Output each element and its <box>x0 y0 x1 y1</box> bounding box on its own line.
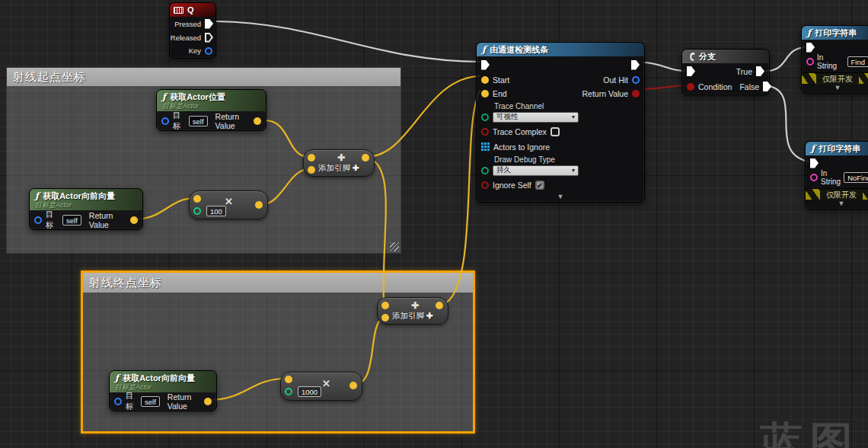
exec-pin-pressed[interactable] <box>205 19 213 29</box>
draw-debug-label: Draw Debug Type <box>477 154 644 164</box>
pin-target[interactable] <box>34 216 42 224</box>
node-input-key-q[interactable]: Q Pressed Released Key <box>169 2 216 59</box>
pin-label-ignore-self: Ignore Self <box>493 181 531 190</box>
node-multiply-100[interactable]: 100 ✕ <box>189 190 268 219</box>
target-self-box[interactable]: self <box>62 215 81 226</box>
pin-target[interactable] <box>161 117 169 125</box>
wire-exec-false-to-print-nofind[interactable] <box>765 85 809 162</box>
node-get-actor-forward-bottom[interactable]: ƒ 获取Actor向前向量 目标是Actor 目标 self Return Va… <box>109 370 217 411</box>
pin-label-return: Return Value <box>89 211 126 229</box>
pin-target[interactable] <box>114 398 122 405</box>
pin-label-return-value: Return Value <box>582 89 628 98</box>
node-print-string-nofind[interactable]: ƒ 打印字符串 In String NoFind 仅限开发 ▼ <box>805 141 868 210</box>
in-string-value-box[interactable]: Find <box>847 56 868 67</box>
pin-key[interactable] <box>205 47 212 55</box>
pin-mult-out[interactable] <box>255 201 263 209</box>
in-string-value-box[interactable]: NoFind <box>844 172 868 183</box>
pin-return-value[interactable] <box>632 90 640 98</box>
wire-vec-add-to-start[interactable] <box>366 76 480 157</box>
pin-mult-in-float[interactable] <box>193 207 201 215</box>
trace-channel-label: Trace Channel <box>477 101 644 110</box>
wire-exec-true-to-print-find[interactable] <box>765 47 806 71</box>
pin-label-pressed: Pressed <box>174 20 201 28</box>
node-branch[interactable]: 分支 True Condition False <box>681 49 770 95</box>
pin-in-string[interactable] <box>810 174 818 181</box>
trace-channel-dropdown[interactable]: 可视性▾ <box>493 112 579 123</box>
pin-end[interactable] <box>481 90 489 98</box>
mult-value-box[interactable]: 1000 <box>298 386 321 397</box>
node-get-actor-location[interactable]: ƒ 获取Actor位置 目标是Actor 目标 self Return Valu… <box>156 89 266 131</box>
pin-add-out[interactable] <box>436 302 443 309</box>
add-icon: ✚ <box>337 152 345 163</box>
wire-exec-trace-to-branch[interactable] <box>642 62 685 71</box>
pin-return-value[interactable] <box>204 398 212 405</box>
node-get-actor-forward-top[interactable]: ƒ 获取Actor向前向量 目标是Actor 目标 self Return Va… <box>29 188 143 230</box>
pin-out-hit[interactable] <box>632 76 640 84</box>
trace-complex-checkbox[interactable] <box>550 127 560 136</box>
development-only-label: 仅限开发 <box>820 189 863 200</box>
pin-label-out-hit: Out Hit <box>603 75 628 85</box>
development-only-label: 仅限开发 <box>816 73 859 85</box>
mult-value-box[interactable]: 100 <box>206 206 226 216</box>
collapse-arrow-icon[interactable]: ▼ <box>806 200 868 207</box>
exec-pin-true[interactable] <box>756 66 764 76</box>
add-pin-label[interactable]: 添加引脚 ✚ <box>378 311 448 322</box>
collapse-arrow-icon[interactable]: ▼ <box>802 84 868 91</box>
pin-in-string[interactable] <box>806 58 814 66</box>
exec-pin-in[interactable] <box>810 158 819 168</box>
pin-start[interactable] <box>481 76 489 84</box>
wire-exec-q-pressed-to-trace[interactable] <box>216 21 480 62</box>
pin-label-end: End <box>493 89 507 98</box>
node-print-string-find[interactable]: ƒ 打印字符串 In String Find 仅限开发 ▼ <box>801 25 868 94</box>
add-pin-plus-icon[interactable]: ✚ <box>426 311 433 320</box>
pin-mult-in-float[interactable] <box>285 388 292 395</box>
wire-vec-forward2-to-mult1000[interactable] <box>209 379 286 400</box>
target-self-box[interactable]: self <box>189 116 208 126</box>
pin-label-actors-to-ignore: Actors to Ignore <box>493 142 550 152</box>
pin-trace-complex[interactable] <box>481 128 489 136</box>
pin-draw-debug-type[interactable] <box>481 167 489 174</box>
exec-pin-in[interactable] <box>806 43 815 53</box>
node-title: 获取Actor位置 <box>170 92 225 101</box>
node-add-vectors-top[interactable]: ✚ 添加引脚 ✚ <box>303 149 375 177</box>
wire-bool-return-to-condition[interactable] <box>644 85 686 89</box>
pin-return-value[interactable] <box>130 216 138 224</box>
exec-pin-in[interactable] <box>687 66 695 76</box>
pin-return-value[interactable] <box>254 117 261 125</box>
function-icon: ƒ <box>807 27 811 38</box>
pin-add-in-1[interactable] <box>381 302 389 309</box>
exec-pin-released[interactable] <box>205 33 213 43</box>
pin-label-in-string: In String <box>821 169 841 186</box>
pin-label-target: 目标 <box>173 110 185 132</box>
function-icon: ƒ <box>162 92 166 101</box>
add-pin-plus-icon[interactable]: ✚ <box>353 163 359 172</box>
node-title: 获取Actor向前向量 <box>123 373 195 382</box>
node-line-trace-by-channel[interactable]: ƒ 由通道检测线条 Start Out Hit End Return Value… <box>476 42 645 203</box>
pin-mult-in-vector[interactable] <box>285 376 292 383</box>
pin-label-key: Key <box>189 46 201 55</box>
pin-mult-in-vector[interactable] <box>193 195 201 203</box>
function-icon: ƒ <box>811 143 815 154</box>
node-add-vectors-bottom[interactable]: ✚ 添加引脚 ✚ <box>377 297 448 325</box>
multiply-icon: ✕ <box>322 378 330 389</box>
ignore-self-checkbox[interactable]: ✔ <box>535 181 544 190</box>
pin-trace-channel[interactable] <box>481 114 489 121</box>
pin-add-out[interactable] <box>362 154 369 162</box>
keyboard-icon <box>174 7 183 14</box>
pin-ignore-self[interactable] <box>481 181 489 189</box>
pin-mult-out[interactable] <box>349 382 357 389</box>
wire-vec-add2-to-end[interactable] <box>442 90 480 305</box>
add-pin-label[interactable]: 添加引脚 ✚ <box>304 163 374 174</box>
draw-debug-dropdown[interactable]: 持久▾ <box>493 165 579 176</box>
collapse-arrow-icon[interactable]: ▼ <box>477 193 644 200</box>
exec-pin-out[interactable] <box>631 60 640 70</box>
dropdown-arrow-icon: ▾ <box>572 114 575 120</box>
pin-actors-to-ignore[interactable] <box>481 142 490 151</box>
pin-condition[interactable] <box>687 83 694 91</box>
wire-vec-location-to-add[interactable] <box>265 120 309 157</box>
exec-pin-in[interactable] <box>481 60 490 70</box>
wire-vec-add-to-add2[interactable] <box>366 157 386 303</box>
node-multiply-1000[interactable]: 1000 ✕ <box>280 372 362 401</box>
pin-add-in-1[interactable] <box>308 154 315 162</box>
target-self-box[interactable]: self <box>141 396 160 407</box>
